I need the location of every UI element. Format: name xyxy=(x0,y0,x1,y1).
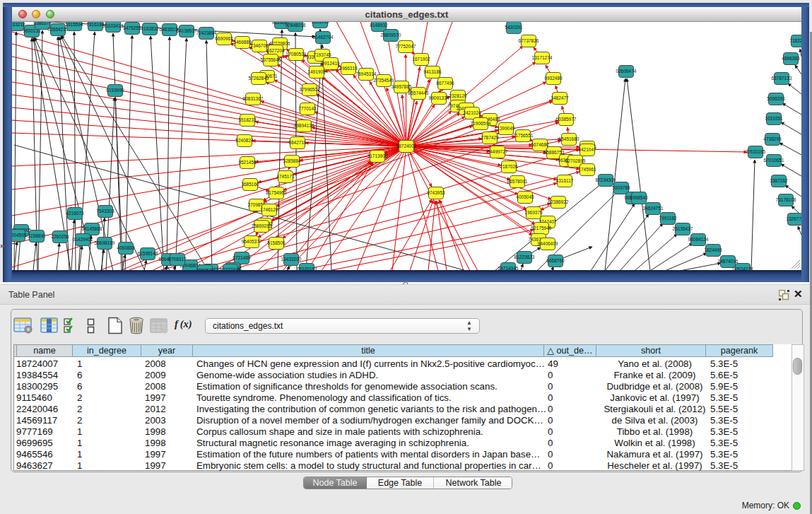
svg-text:64139537: 64139537 xyxy=(177,28,197,33)
svg-text:67737826: 67737826 xyxy=(519,38,539,43)
svg-text:7182278: 7182278 xyxy=(789,38,801,43)
svg-text:5098393: 5098393 xyxy=(767,96,785,101)
svg-text:1627204: 1627204 xyxy=(266,48,285,53)
svg-text:5674680: 5674680 xyxy=(531,142,549,147)
svg-text:17080531: 17080531 xyxy=(286,52,307,57)
svg-text:94406409: 94406409 xyxy=(538,241,558,246)
svg-text:7543303: 7543303 xyxy=(96,209,114,214)
svg-text:3685160: 3685160 xyxy=(241,182,259,187)
svg-text:2328120: 2328120 xyxy=(449,93,467,98)
svg-text:80831367: 80831367 xyxy=(243,96,264,101)
svg-text:27354549: 27354549 xyxy=(374,78,394,83)
svg-text:9421047: 9421047 xyxy=(578,147,596,152)
svg-text:6204505: 6204505 xyxy=(12,233,27,238)
svg-text:13433200: 13433200 xyxy=(281,257,302,262)
svg-text:81754965: 81754965 xyxy=(266,190,287,195)
svg-text:34957885: 34957885 xyxy=(392,84,412,89)
svg-text:49894134: 49894134 xyxy=(294,123,314,128)
svg-text:4216073: 4216073 xyxy=(66,211,84,216)
svg-text:62386922: 62386922 xyxy=(548,199,569,204)
svg-text:1745961: 1745961 xyxy=(578,167,596,172)
svg-text:51462704: 51462704 xyxy=(313,35,334,40)
svg-text:15451680: 15451680 xyxy=(559,136,579,141)
svg-text:1226916: 1226916 xyxy=(311,22,329,24)
svg-text:1491905: 1491905 xyxy=(307,69,326,74)
svg-text:4896383: 4896383 xyxy=(782,56,800,61)
svg-text:5240824: 5240824 xyxy=(235,138,254,143)
svg-text:3158692: 3158692 xyxy=(28,233,46,238)
svg-text:1671902: 1671902 xyxy=(412,57,430,62)
svg-text:96405377: 96405377 xyxy=(242,239,262,244)
svg-text:0932480: 0932480 xyxy=(544,76,563,81)
svg-text:7193745: 7193745 xyxy=(313,52,331,57)
svg-text:1031051: 1031051 xyxy=(765,116,783,121)
svg-text:1824493: 1824493 xyxy=(704,247,722,252)
svg-text:37631165: 37631165 xyxy=(746,149,766,154)
svg-text:4005045: 4005045 xyxy=(516,194,534,199)
svg-text:4192832: 4192832 xyxy=(141,26,159,31)
svg-text:28809570: 28809570 xyxy=(381,33,401,37)
svg-text:8721489: 8721489 xyxy=(233,255,251,260)
svg-text:93103413: 93103413 xyxy=(103,23,124,28)
svg-text:1969379: 1969379 xyxy=(524,210,543,215)
svg-text:54145868: 54145868 xyxy=(82,226,102,231)
svg-text:71756551: 71756551 xyxy=(513,133,534,138)
svg-text:18724007: 18724007 xyxy=(396,144,417,148)
svg-text:02606474: 02606474 xyxy=(616,69,637,74)
svg-text:9413186: 9413186 xyxy=(423,69,442,74)
svg-text:6998543: 6998543 xyxy=(630,195,648,200)
svg-text:9743953: 9743953 xyxy=(427,190,445,195)
svg-text:9521456: 9521456 xyxy=(238,160,257,165)
svg-text:3482477: 3482477 xyxy=(551,95,569,100)
svg-text:73178108: 73178108 xyxy=(776,197,796,202)
svg-text:7346706: 7346706 xyxy=(250,43,269,48)
svg-text:1615594: 1615594 xyxy=(65,22,83,27)
svg-text:81223623: 81223623 xyxy=(514,255,535,259)
svg-text:3518233: 3518233 xyxy=(238,117,257,122)
svg-text:0433218: 0433218 xyxy=(12,22,25,27)
svg-text:5466889: 5466889 xyxy=(233,40,252,45)
svg-text:6690967: 6690967 xyxy=(215,36,233,41)
svg-text:4966319: 4966319 xyxy=(339,66,358,71)
svg-text:6193990: 6193990 xyxy=(106,88,124,93)
svg-text:8148932: 8148932 xyxy=(370,23,388,28)
svg-text:04499727: 04499727 xyxy=(488,149,508,154)
svg-text:99091334: 99091334 xyxy=(429,95,449,100)
svg-text:86578091: 86578091 xyxy=(507,179,528,184)
svg-text:02654235: 02654235 xyxy=(48,27,69,32)
svg-text:13171274: 13171274 xyxy=(532,55,553,60)
svg-text:55698169: 55698169 xyxy=(95,240,115,245)
svg-text:7770143: 7770143 xyxy=(298,106,317,111)
svg-text:4316117: 4316117 xyxy=(556,178,574,183)
svg-text:72423884: 72423884 xyxy=(196,30,217,35)
svg-text:1746120: 1746120 xyxy=(260,207,278,212)
svg-text:7991183: 7991183 xyxy=(659,216,677,221)
svg-text:98084124: 98084124 xyxy=(688,237,709,242)
svg-text:8708317: 8708317 xyxy=(168,257,187,262)
svg-text:85574443: 85574443 xyxy=(408,90,429,95)
svg-text:5430391: 5430391 xyxy=(505,25,523,30)
svg-text:5009788: 5009788 xyxy=(612,185,630,190)
svg-text:2787429: 2787429 xyxy=(481,135,499,140)
svg-text:82175946: 82175946 xyxy=(531,226,552,230)
svg-text:62702895: 62702895 xyxy=(565,158,586,163)
svg-text:97848018: 97848018 xyxy=(286,23,306,28)
svg-text:1399049: 1399049 xyxy=(497,126,515,131)
svg-text:76945314: 76945314 xyxy=(356,71,377,76)
svg-text:5158506: 5158506 xyxy=(267,240,286,245)
svg-text:4060883: 4060883 xyxy=(117,245,135,250)
svg-text:37996507: 37996507 xyxy=(300,87,320,92)
svg-text:4745171: 4745171 xyxy=(276,174,295,179)
svg-text:2260256: 2260256 xyxy=(51,234,69,239)
svg-text:1326773: 1326773 xyxy=(786,216,801,221)
svg-text:57262849: 57262849 xyxy=(249,76,269,81)
svg-text:65787133: 65787133 xyxy=(772,76,792,81)
svg-text:60385977: 60385977 xyxy=(556,117,577,122)
svg-text:61595148: 61595148 xyxy=(138,251,158,256)
svg-text:8677496: 8677496 xyxy=(436,81,454,86)
svg-text:71906594: 71906594 xyxy=(471,121,491,126)
svg-text:25135427: 25135427 xyxy=(673,226,693,231)
svg-text:6658760: 6658760 xyxy=(546,258,565,263)
svg-text:34624751: 34624751 xyxy=(643,206,664,211)
svg-text:3387262: 3387262 xyxy=(770,178,788,183)
